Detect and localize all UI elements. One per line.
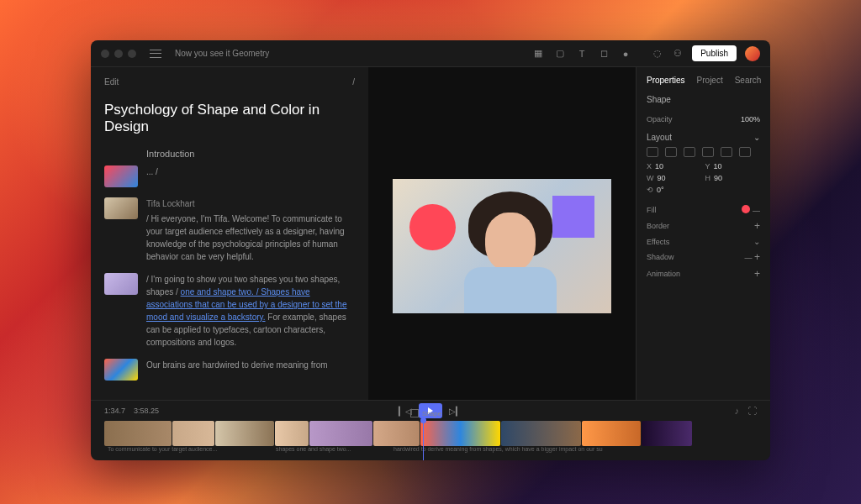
x-field[interactable]: X 10 — [647, 162, 702, 171]
edit-label[interactable]: Edit — [104, 77, 119, 87]
edit-bar: Edit / — [104, 77, 355, 87]
close-dot[interactable] — [101, 50, 109, 58]
clip-thumbnail[interactable] — [104, 197, 138, 219]
plus-icon[interactable]: + — [754, 251, 760, 263]
timeline[interactable]: Shape To communicate to your target audi… — [91, 421, 770, 460]
caption-segment[interactable]: shapes one and shape two... — [272, 446, 390, 458]
chevron-down-icon[interactable]: ⌄ — [753, 133, 760, 142]
fullscreen-icon[interactable]: ⛶ — [747, 406, 757, 416]
timeline-clip[interactable] — [104, 421, 172, 446]
plus-icon[interactable]: + — [754, 268, 760, 280]
align-bottom-icon[interactable] — [739, 147, 751, 157]
opacity-row[interactable]: Opacity 100% — [647, 113, 760, 126]
border-label: Border — [647, 222, 669, 230]
current-time: 1:34.7 — [104, 407, 125, 415]
clip-thumbnail[interactable] — [104, 359, 138, 381]
red-circle-shape[interactable] — [409, 204, 456, 250]
page-title: Psychology of Shape and Color in Design — [104, 102, 355, 135]
script-text[interactable]: Our brains are hardwired to derive meani… — [146, 359, 355, 381]
align-left-icon[interactable] — [647, 147, 658, 157]
text-icon[interactable]: T — [576, 48, 588, 60]
border-row[interactable]: Border + — [647, 218, 760, 234]
position-grid: X 10 Y 10 W 90 H 90 ⟲ 0° — [647, 162, 760, 194]
chevron-down-icon[interactable]: ⌄ — [753, 237, 760, 246]
animation-label: Animation — [647, 270, 680, 278]
clips-track[interactable] — [91, 421, 770, 446]
h-field[interactable]: H 90 — [705, 174, 761, 182]
shape-section-label: Shape — [647, 95, 760, 104]
align-middle-icon[interactable] — [721, 147, 732, 157]
video-preview[interactable] — [393, 179, 611, 313]
purple-square-shape[interactable] — [552, 196, 594, 238]
rotation-field[interactable]: ⟲ 0° — [647, 186, 702, 194]
script-pane: Edit / Psychology of Shape and Color in … — [91, 67, 368, 400]
maximize-dot[interactable] — [128, 50, 136, 58]
script-block-3[interactable]: / I'm going to show you two shapes you t… — [104, 273, 355, 349]
share-icon[interactable]: ⚇ — [672, 48, 684, 60]
script-block-1[interactable]: ... / — [104, 165, 355, 187]
timeline-clip[interactable] — [420, 421, 500, 446]
shadow-row[interactable]: Shadow — + — [647, 249, 760, 265]
preview-pane — [368, 67, 636, 400]
titlebar-right: ◌ ⚇ Publish — [652, 45, 760, 61]
effects-label: Effects — [647, 238, 669, 246]
timeline-clip[interactable] — [215, 421, 274, 446]
plus-icon[interactable]: + — [754, 220, 760, 232]
minimize-dot[interactable] — [114, 50, 123, 58]
publish-button[interactable]: Publish — [692, 45, 737, 61]
panel-tabs: Properties Project Search — [647, 76, 760, 85]
fill-color-swatch[interactable] — [742, 205, 750, 213]
layout-section-label[interactable]: Layout⌄ — [647, 133, 760, 142]
align-center-icon[interactable] — [665, 147, 677, 157]
w-field[interactable]: W 90 — [647, 174, 702, 182]
effects-row[interactable]: Effects ⌄ — [647, 234, 760, 249]
timeline-clip[interactable] — [172, 421, 214, 446]
comment-icon[interactable]: ◌ — [652, 48, 663, 60]
fill-label: Fill — [647, 206, 657, 214]
timeline-clip[interactable] — [501, 421, 581, 446]
menu-icon[interactable] — [150, 50, 161, 58]
animation-row[interactable]: Animation + — [647, 265, 760, 282]
align-right-icon[interactable] — [684, 147, 695, 157]
script-text[interactable]: / I'm going to show you two shapes you t… — [146, 273, 355, 349]
fill-row[interactable]: Fill — — [647, 202, 760, 218]
script-block-2[interactable]: Tifa Lockhart / Hi everyone, I'm Tifa. W… — [104, 197, 355, 263]
playhead[interactable] — [423, 421, 424, 460]
tab-search[interactable]: Search — [735, 76, 762, 85]
opacity-value[interactable]: 100% — [741, 115, 760, 123]
timeline-clip[interactable] — [642, 421, 692, 446]
y-field[interactable]: Y 10 — [705, 162, 761, 171]
align-top-icon[interactable] — [702, 147, 714, 157]
captions-track: To communicate to your target audience..… — [91, 446, 770, 458]
timeline-clip[interactable] — [373, 421, 420, 446]
script-block-4[interactable]: Our brains are hardwired to derive meani… — [104, 359, 355, 381]
user-avatar[interactable] — [745, 46, 760, 61]
clip-thumbnail[interactable] — [104, 273, 138, 295]
grid-icon[interactable]: ▦ — [532, 48, 544, 60]
traffic-lights[interactable] — [101, 50, 136, 58]
tab-project[interactable]: Project — [697, 76, 723, 85]
shape-marker[interactable]: Shape — [410, 409, 441, 417]
total-time: 3:58.25 — [134, 407, 159, 415]
properties-pane: Properties Project Search Shape Opacity … — [636, 67, 770, 400]
tab-properties[interactable]: Properties — [647, 76, 685, 85]
timeline-clip[interactable] — [275, 421, 309, 446]
shape-icon[interactable]: ◻ — [598, 48, 610, 60]
timeline-clip[interactable] — [309, 421, 372, 446]
opacity-label: Opacity — [647, 115, 673, 123]
timeline-clip[interactable] — [582, 421, 641, 446]
clip-thumbnail[interactable] — [104, 165, 138, 187]
speaker-name: Tifa Lockhart — [146, 197, 355, 210]
volume-icon[interactable]: ♪ — [735, 406, 740, 416]
mic-icon[interactable]: ● — [620, 48, 631, 60]
script-text[interactable]: ... / — [146, 165, 355, 187]
align-icons — [647, 147, 760, 157]
caption-segment[interactable]: To communicate to your target audience..… — [104, 446, 272, 458]
image-icon[interactable]: ▢ — [554, 48, 566, 60]
shadow-label: Shadow — [647, 253, 674, 261]
toolbar: ▦ ▢ T ◻ ● — [532, 48, 631, 60]
script-text[interactable]: Tifa Lockhart / Hi everyone, I'm Tifa. W… — [146, 197, 355, 263]
skip-forward-icon[interactable]: ▷▎ — [449, 407, 462, 416]
section-label: Introduction — [146, 149, 355, 159]
titlebar: Now you see it Geometry ▦ ▢ T ◻ ● ◌ ⚇ Pu… — [91, 40, 770, 67]
